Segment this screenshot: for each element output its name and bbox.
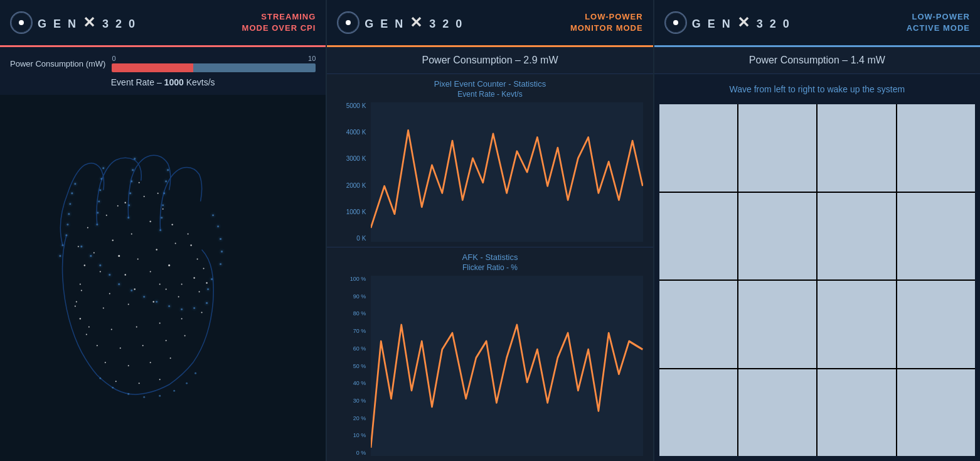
panel2-content: Power Consumption – 2.9 mW Pixel Event C… xyxy=(327,47,652,461)
svg-point-84 xyxy=(166,340,167,341)
svg-point-107 xyxy=(206,282,207,283)
svg-point-59 xyxy=(100,271,101,273)
svg-point-31 xyxy=(99,264,101,266)
y-label-60p: 60 % xyxy=(353,345,366,352)
svg-point-90 xyxy=(115,381,117,382)
svg-point-64 xyxy=(109,293,110,294)
chart2-title: AFK - Statistics xyxy=(337,252,642,262)
grid-cell-2-1 xyxy=(659,193,737,280)
svg-point-49 xyxy=(112,239,114,241)
svg-point-66 xyxy=(159,283,161,285)
logo-dots-icon-3 xyxy=(666,13,686,33)
power-bar-red xyxy=(112,63,193,72)
grid-cell-4-3 xyxy=(818,369,895,457)
svg-point-73 xyxy=(178,296,179,297)
svg-point-108 xyxy=(99,377,101,379)
svg-point-55 xyxy=(137,259,139,260)
chart1-subtitle: Event Rate - Kevt/s xyxy=(337,90,642,99)
svg-point-106 xyxy=(203,268,205,269)
grid-cell-2-2 xyxy=(738,193,816,280)
grid-cell-2-3 xyxy=(818,193,895,280)
panel-monitor: G E N ✕ 3 2 0 LOW-POWER MONITOR MODE Pow… xyxy=(327,0,654,461)
wake-text: Wave from left to right to wake up the s… xyxy=(654,74,980,104)
y-label-0p: 0 % xyxy=(356,450,366,456)
svg-point-45 xyxy=(87,227,88,229)
logo-circle-icon-2 xyxy=(337,11,360,34)
grid-cell-2-4 xyxy=(897,193,975,280)
grid-cell-4-2 xyxy=(738,369,816,457)
mode-label-active: LOW-POWER ACTIVE MODE xyxy=(907,11,970,34)
chart1-section: Pixel Event Counter - Statistics Event R… xyxy=(327,74,652,247)
svg-point-68 xyxy=(193,277,194,278)
y-label-10p: 10 % xyxy=(353,432,366,438)
svg-point-54 xyxy=(118,255,120,257)
svg-point-50 xyxy=(131,234,132,235)
y-label-2000k: 2000 K xyxy=(346,182,366,189)
svg-point-57 xyxy=(175,243,176,244)
chart2-canvas xyxy=(371,276,642,456)
power-bar-container: 0 10 xyxy=(112,55,316,72)
y-label-50p: 50 % xyxy=(353,363,366,369)
panel3-header: G E N ✕ 3 2 0 LOW-POWER ACTIVE MODE xyxy=(654,0,980,45)
svg-point-35 xyxy=(143,296,145,298)
svg-point-101 xyxy=(157,193,159,194)
svg-point-1 xyxy=(71,192,73,194)
mode-label-monitor: LOW-POWER MONITOR MODE xyxy=(570,11,643,34)
svg-point-80 xyxy=(201,312,203,313)
y-label-5000k: 5000 K xyxy=(346,102,366,109)
svg-point-3 xyxy=(68,213,70,215)
svg-point-48 xyxy=(144,196,145,197)
power-bar-blue xyxy=(193,63,316,72)
svg-point-72 xyxy=(152,301,154,302)
chart2-svg xyxy=(371,276,642,456)
svg-point-98 xyxy=(86,334,87,335)
svg-point-63 xyxy=(81,290,82,291)
svg-point-93 xyxy=(78,246,79,247)
grid-cell-1-1 xyxy=(659,104,737,192)
svg-point-4 xyxy=(67,224,68,225)
y-label-3000k: 3000 K xyxy=(346,155,366,162)
grid-cell-1-3 xyxy=(818,104,895,192)
chart1-title: Pixel Event Counter - Statistics xyxy=(337,79,642,89)
grid-cell-4-1 xyxy=(659,369,737,457)
svg-point-83 xyxy=(142,345,144,346)
y-label-30p: 30 % xyxy=(353,398,366,404)
svg-point-110 xyxy=(127,393,129,395)
svg-point-75 xyxy=(88,326,90,327)
power-scale-max: 10 xyxy=(308,55,316,62)
svg-point-36 xyxy=(156,301,157,303)
svg-point-39 xyxy=(193,307,195,309)
event-rate: Event Rate – 1000 Kevts/s xyxy=(10,77,316,87)
logo-container-3: G E N ✕ 3 2 0 xyxy=(664,11,791,34)
svg-point-89 xyxy=(170,357,171,359)
logo-circle-icon xyxy=(10,11,33,34)
hand-visualization xyxy=(0,95,326,461)
svg-point-42 xyxy=(59,255,61,257)
svg-point-22 xyxy=(161,217,162,219)
svg-point-28 xyxy=(220,263,221,265)
logo-text-2: G E N ✕ 3 2 0 xyxy=(365,14,464,31)
svg-point-105 xyxy=(197,259,198,260)
grid-cell-1-2 xyxy=(738,104,816,192)
svg-point-103 xyxy=(166,288,167,290)
svg-point-25 xyxy=(217,225,219,227)
svg-point-104 xyxy=(190,244,191,246)
svg-point-67 xyxy=(181,283,183,285)
svg-point-85 xyxy=(184,335,186,336)
svg-point-10 xyxy=(97,212,99,214)
svg-point-60 xyxy=(125,274,126,275)
chart2-area: 100 % 90 % 80 % 70 % 60 % 50 % 40 % 30 %… xyxy=(337,276,642,456)
svg-point-111 xyxy=(143,396,145,398)
power-scale: 0 10 xyxy=(112,55,316,62)
logo-dots-icon-2 xyxy=(338,13,358,33)
svg-point-56 xyxy=(156,249,157,250)
chart1-canvas xyxy=(371,102,642,242)
svg-point-40 xyxy=(206,302,208,304)
svg-point-76 xyxy=(111,328,112,330)
y-label-90p: 90 % xyxy=(353,293,366,300)
svg-point-30 xyxy=(90,255,92,257)
svg-point-27 xyxy=(221,251,223,252)
y-label-4000k: 4000 K xyxy=(346,129,366,136)
grid-cell-4-4 xyxy=(897,369,975,457)
logo-circle-icon-3 xyxy=(664,11,687,34)
